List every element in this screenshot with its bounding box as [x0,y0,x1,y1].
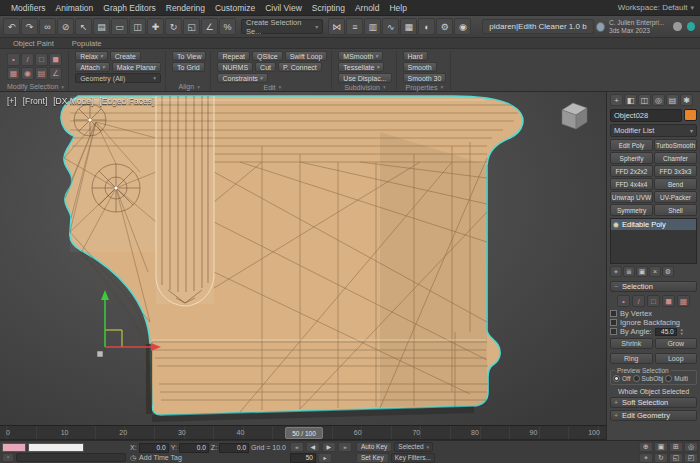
selection-lock-icon[interactable]: ▫ [2,453,14,462]
hierarchy-tab-icon[interactable]: ◫ [638,94,651,106]
create-button[interactable]: Create [110,51,141,61]
modifier-button[interactable]: Chamfer [654,152,697,164]
menu-item[interactable]: Modifiers [6,3,50,13]
account-name[interactable]: C. Julien Enterpri... [609,19,664,27]
menu-item[interactable]: Animation [50,3,98,13]
angle-snap-icon[interactable]: ∠ [201,18,218,35]
make-unique-icon[interactable]: ▣ [636,266,648,277]
zoom-icon[interactable]: ⊕ [639,442,653,452]
play-animation-icon[interactable]: ▶ [322,442,336,452]
model-mesh[interactable] [61,96,523,422]
x-coordinate-field[interactable]: 0.0 [139,443,169,453]
user-avatar[interactable] [596,22,605,32]
named-selection-set-dropdown[interactable]: Create Selection Se...▾ [241,19,323,34]
field-of-view-icon[interactable]: ◱ [669,453,683,463]
paint-connect-button[interactable]: P. Connect [278,62,322,72]
vertex-mode-icon[interactable]: • [7,53,20,66]
shrink-button[interactable]: Shrink [610,338,653,349]
zoom-extents-icon[interactable]: ⊞ [669,442,683,452]
maximize-viewport-icon[interactable]: ◰ [684,453,698,463]
key-filters-button[interactable]: Key Filters... [391,453,435,463]
menu-item[interactable]: Rendering [161,3,210,13]
attach-button[interactable]: Attach▾ [75,62,110,72]
msmooth-button[interactable]: MSmooth▾ [338,51,383,61]
script-cleaner-button[interactable]: pidaren|Edith Cleaner 1.0 b [482,19,593,34]
create-tab-icon[interactable]: + [610,94,623,106]
zoom-all-icon[interactable]: ▣ [654,442,668,452]
modifier-button[interactable]: FFD 4x4x4 [610,178,653,190]
border-mode-icon[interactable]: □ [35,53,48,66]
ribbon-tab[interactable]: Object Paint [5,38,62,48]
key-mode-dropdown[interactable]: Selected▾ [394,442,433,452]
pan-view-icon[interactable]: ⌖ [639,453,653,463]
nurms-button[interactable]: NURMS [217,62,253,72]
redo-icon[interactable]: ↷ [21,18,38,35]
cloud-status-icon[interactable] [673,22,681,31]
add-time-tag[interactable]: ◷ Add Time Tag [130,454,182,462]
ring-button[interactable]: Ring [610,353,653,364]
viewport-canvas[interactable] [0,92,606,425]
modifier-button[interactable]: TurboSmooth [654,139,697,151]
ignore-backfacing-checkbox[interactable] [610,319,617,326]
preview-off-radio[interactable] [613,375,620,382]
by-vertex-icon[interactable]: ▤ [35,67,48,80]
undo-icon[interactable]: ↶ [3,18,20,35]
repeat-button[interactable]: Repeat [217,51,250,61]
modifier-button[interactable]: Shell [654,204,697,216]
rectangular-selection-region-icon[interactable]: ▭ [111,18,128,35]
select-and-link-icon[interactable]: ∞ [39,18,56,35]
by-angle-field[interactable]: 45.0 [655,328,677,336]
select-object-icon[interactable]: ↖ [75,18,92,35]
preview-multi-radio[interactable] [665,375,672,382]
z-coordinate-field[interactable]: 0.0 [219,443,249,453]
motion-tab-icon[interactable]: ◎ [652,94,665,106]
menu-item[interactable]: Arnold [350,3,385,13]
preview-subobj-radio[interactable] [633,375,640,382]
make-planar-button[interactable]: Make Planar [112,62,161,72]
render-setup-icon[interactable]: ⚙ [436,18,453,35]
render-icon[interactable]: ◉ [454,18,471,35]
menu-item[interactable]: Graph Editors [98,3,160,13]
scene-cube[interactable] [562,103,587,129]
modifier-stack[interactable]: Editable Poly [610,218,697,264]
modifier-button[interactable]: UV-Packer [654,191,697,203]
track-bar[interactable]: 0102030405060708090100 50 / 100 [0,425,606,440]
to-view-button[interactable]: To View [172,51,206,61]
modifier-button[interactable]: Bend [654,178,697,190]
show-end-result-icon[interactable]: ≣ [623,266,635,277]
modifier-list-dropdown[interactable]: Modifier List▾ [610,124,697,137]
select-and-rotate-icon[interactable]: ↻ [165,18,182,35]
set-key-button[interactable]: Set Key [356,453,389,463]
unlink-selection-icon[interactable]: ⊘ [57,18,74,35]
viewport-label[interactable]: [+] [7,96,17,106]
rollout-edit-geometry[interactable]: +Edit Geometry [610,410,697,421]
loop-button[interactable]: Loop [655,353,698,364]
panel-label-modify-selection[interactable]: Modify Selection▾ [7,82,64,91]
viewport[interactable]: [+][Front][DX Mode][Edged Faces] [0,92,606,425]
remove-modifier-icon[interactable]: × [649,266,661,277]
rollout-selection[interactable]: −Selection [610,281,697,292]
menu-item[interactable]: Civil View [260,3,307,13]
edge-mode-icon[interactable]: / [21,53,34,66]
next-frame-icon[interactable]: ▸ [318,453,332,463]
constraints-dropdown[interactable]: Constraints▾ [217,73,267,83]
select-and-scale-icon[interactable]: ◱ [183,18,200,35]
percent-snap-icon[interactable]: % [219,18,236,35]
orbit-icon[interactable]: ↻ [654,453,668,463]
menu-item[interactable]: Customize [210,3,260,13]
zoom-region-icon[interactable]: ◎ [684,442,698,452]
current-frame-field[interactable]: 50 [290,453,316,463]
ribbon-tab[interactable]: Populate [64,38,110,48]
smooth-button[interactable]: Smooth [403,62,437,72]
panel-label-subdivision[interactable]: Subdivision▾ [338,83,391,91]
layer-manager-icon[interactable]: ▥ [364,18,381,35]
use-displacement-button[interactable]: Use Displac... [338,73,391,83]
mirror-icon[interactable]: ⋈ [328,18,345,35]
go-to-end-icon[interactable]: » [338,442,352,452]
modifier-button[interactable]: Symmetry [610,204,653,216]
previous-frame-icon[interactable]: ◀ [306,442,320,452]
relax-button[interactable]: Relax▾ [75,51,108,61]
pin-stack-icon[interactable]: ⌖ [610,266,622,277]
modifier-button[interactable]: FFD 2x2x2 [610,165,653,177]
material-editor-icon[interactable]: ◐ [418,18,435,35]
